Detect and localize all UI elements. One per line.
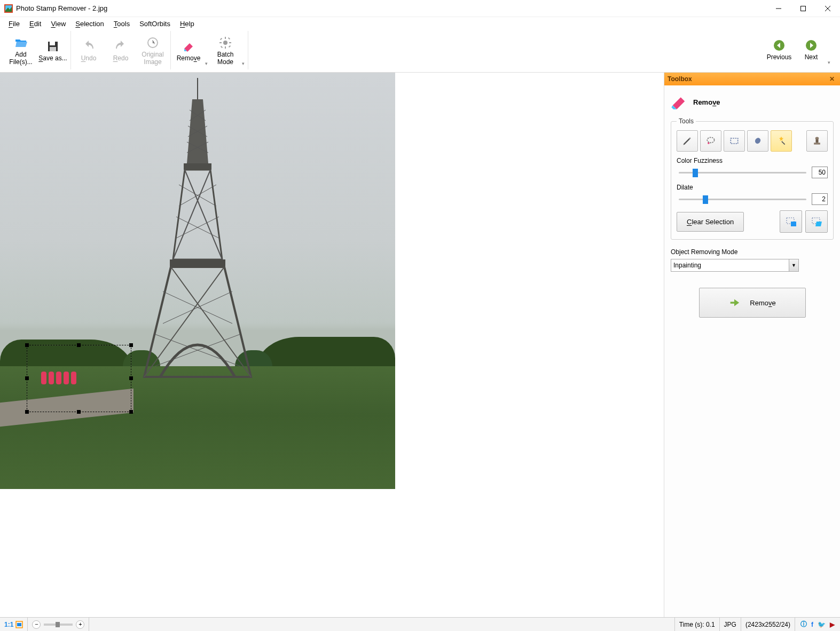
save-as-label: Save as...: [38, 55, 67, 62]
eiffel-illustration: [139, 78, 256, 388]
next-label: Next: [805, 54, 818, 61]
arrow-right-circle-icon: [805, 39, 818, 52]
selection-marquee[interactable]: [27, 345, 131, 412]
svg-rect-14: [219, 42, 222, 43]
dilate-slider[interactable]: [677, 194, 808, 204]
toolbox-header[interactable]: Toolbox ✕: [664, 73, 840, 85]
batch-mode-button[interactable]: Batch Mode: [210, 32, 241, 68]
window-title: Photo Stamp Remover - 2.jpg: [16, 4, 766, 12]
selection-handle-sw[interactable]: [25, 410, 29, 414]
selection-handle-nw[interactable]: [25, 343, 29, 347]
photo-preview: [0, 73, 395, 489]
svg-rect-4: [801, 6, 806, 11]
main-area: Toolbox ✕ Remove Tools Color Fuzz: [0, 73, 840, 617]
original-image-label: Original Image: [138, 51, 168, 66]
fuzziness-slider[interactable]: [677, 168, 808, 177]
zoom-ratio-label: 1:1: [4, 621, 13, 628]
mode-select[interactable]: Inpainting ▼: [671, 259, 799, 272]
chevron-down-icon[interactable]: ▼: [789, 259, 798, 271]
redo-label: Redo: [113, 55, 129, 62]
save-selection-button[interactable]: [780, 210, 802, 233]
selection-handle-e[interactable]: [129, 376, 133, 380]
menu-help[interactable]: Help: [176, 19, 199, 29]
menu-view[interactable]: View: [46, 19, 70, 29]
zoom-ratio-button[interactable]: 1:1: [0, 618, 28, 631]
zoom-slider-widget: − +: [28, 618, 89, 631]
minimize-button[interactable]: [766, 0, 791, 17]
zoom-out-button[interactable]: −: [32, 620, 41, 629]
redo-icon: [114, 40, 127, 53]
youtube-icon[interactable]: ▶: [830, 621, 835, 628]
status-time: Time (s): 0.1: [675, 618, 720, 631]
history-icon: [146, 36, 159, 49]
svg-point-45: [815, 137, 819, 140]
svg-rect-16: [220, 38, 222, 40]
svg-line-42: [782, 141, 785, 145]
app-icon: [4, 4, 13, 13]
fit-screen-icon[interactable]: [15, 621, 23, 628]
toolbar-overflow-icon[interactable]: ▾: [242, 61, 246, 68]
selection-handle-se[interactable]: [129, 410, 133, 414]
load-selection-button[interactable]: [805, 210, 828, 233]
menu-edit[interactable]: Edit: [25, 19, 45, 29]
twitter-icon[interactable]: 🐦: [818, 621, 826, 628]
magic-wand-tool-button[interactable]: [771, 130, 792, 152]
svg-rect-50: [17, 623, 21, 626]
title-bar: Photo Stamp Remover - 2.jpg: [0, 0, 840, 17]
save-icon: [46, 40, 59, 53]
remove-dropdown-icon[interactable]: ▾: [205, 61, 209, 68]
menu-selection[interactable]: Selection: [71, 19, 108, 29]
selection-handle-n[interactable]: [77, 343, 81, 347]
next-button[interactable]: Next: [796, 31, 827, 67]
svg-rect-19: [221, 46, 223, 48]
free-select-tool-button[interactable]: [700, 130, 721, 152]
fuzziness-value-input[interactable]: [812, 167, 828, 178]
menu-file[interactable]: File: [4, 19, 24, 29]
marker-tool-button[interactable]: [677, 130, 698, 152]
svg-point-11: [223, 41, 227, 45]
canvas-area[interactable]: [0, 73, 664, 617]
previous-button[interactable]: Previous: [764, 31, 795, 67]
stamp-icon: [812, 136, 822, 146]
zoom-in-button[interactable]: +: [76, 620, 84, 629]
remove-button[interactable]: Remove: [173, 32, 204, 68]
tools-legend: Tools: [677, 117, 696, 125]
nav-overflow-icon[interactable]: ▾: [828, 60, 831, 67]
undo-button[interactable]: Undo: [73, 32, 104, 68]
info-icon[interactable]: ⓘ: [800, 620, 807, 629]
clear-selection-button[interactable]: Clear Selection: [677, 212, 744, 232]
eraser-large-icon: [671, 94, 687, 110]
fuzziness-label: Color Fuzziness: [677, 157, 828, 164]
svg-rect-8: [50, 42, 55, 45]
selection-handle-s[interactable]: [77, 410, 81, 414]
rect-select-tool-button[interactable]: [724, 130, 745, 152]
original-image-button[interactable]: Original Image: [137, 32, 168, 68]
menu-tools[interactable]: Tools: [109, 19, 134, 29]
dilate-label: Dilate: [677, 184, 828, 191]
clone-stamp-tool-button[interactable]: [806, 130, 828, 152]
remove-action-button[interactable]: Remove: [699, 288, 806, 318]
facebook-icon[interactable]: f: [811, 621, 813, 628]
save-as-button[interactable]: Save as...: [37, 32, 68, 68]
folder-open-icon: [14, 36, 27, 49]
dilate-value-input[interactable]: [812, 193, 828, 205]
menu-bar: File Edit View Selection Tools SoftOrbit…: [0, 17, 840, 30]
selection-handle-ne[interactable]: [129, 343, 133, 347]
add-files-label: Add File(s)...: [6, 51, 36, 66]
status-format: JPG: [720, 618, 741, 631]
svg-rect-17: [229, 45, 231, 48]
lasso-icon: [705, 136, 716, 146]
add-files-button[interactable]: Add File(s)...: [5, 32, 36, 68]
svg-rect-24: [170, 259, 225, 267]
previous-label: Previous: [767, 54, 792, 61]
toolbox-close-icon[interactable]: ✕: [827, 75, 837, 83]
close-button[interactable]: [815, 0, 840, 17]
status-bar: 1:1 − + Time (s): 0.1 JPG (2423x2552/24)…: [0, 617, 840, 631]
color-select-tool-button[interactable]: [747, 130, 768, 152]
maximize-button[interactable]: [791, 0, 815, 17]
redo-button[interactable]: Redo: [105, 32, 136, 68]
svg-point-40: [708, 143, 709, 144]
zoom-slider[interactable]: [44, 624, 73, 626]
selection-handle-w[interactable]: [25, 376, 29, 380]
menu-softorbits[interactable]: SoftOrbits: [135, 19, 175, 29]
